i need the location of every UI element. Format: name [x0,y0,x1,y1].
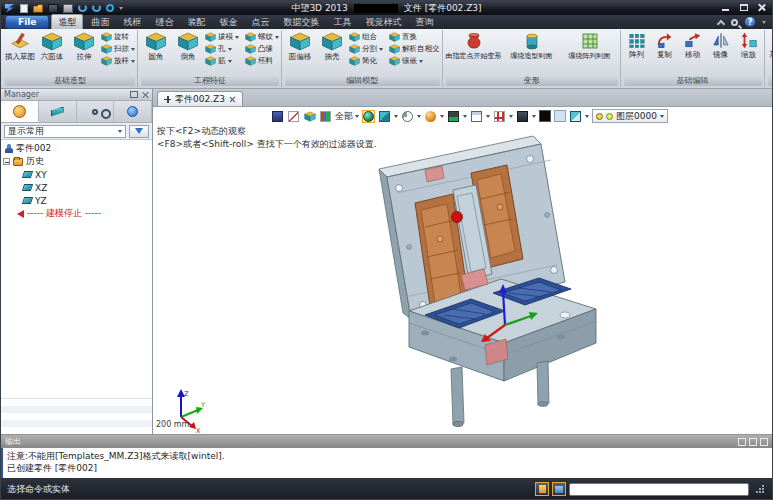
box-button[interactable]: 六面体 [37,32,67,62]
copy-button[interactable]: 复制 [652,32,678,60]
tab-dataexchange[interactable]: 数据交换 [277,15,325,30]
hole-button[interactable]: 孔 [205,44,239,54]
chamfer-button[interactable]: 倒角 [173,32,203,62]
replace-button[interactable]: 置换 [389,32,440,42]
minimize-button[interactable] [718,2,733,13]
solid-display-icon[interactable] [303,110,316,123]
wrap-pattern-to-face-button[interactable]: 缠绕阵列到面 [562,32,618,61]
layer-selector[interactable]: 图层0000 [592,109,668,123]
dropdown-caret[interactable] [394,115,398,118]
resolve-selfintersect-button[interactable]: 解析自相交 [389,44,440,54]
insert-sketch-button[interactable]: 插入草图 [5,32,35,62]
draft-button[interactable]: 拔模 [205,32,239,42]
dropdown-caret[interactable] [532,115,536,118]
thread-button[interactable]: 螺纹 [245,32,279,42]
extrude-button[interactable]: 拉伸 [69,32,99,62]
search-icon[interactable] [731,19,738,26]
tree-item-xz-plane[interactable]: XZ [1,181,152,194]
pin-panel-icon[interactable] [738,438,746,446]
dropdown-caret[interactable] [762,21,766,24]
tab-history[interactable] [1,101,39,122]
tab-assembly[interactable]: 装配 [181,15,211,30]
dropdown-caret[interactable] [585,115,589,118]
dropdown-caret[interactable] [440,115,444,118]
document-tab[interactable]: 零件002.Z3 [157,91,243,106]
stats-icon[interactable] [319,110,332,123]
divide-button[interactable]: 分割 [349,44,383,54]
tab-visibility[interactable] [77,101,115,122]
fillet-button[interactable]: 圆角 [141,32,171,62]
close-panel-icon[interactable] [141,91,149,99]
lip-button[interactable]: 凸缘 [245,44,279,54]
maximize-button[interactable] [736,2,751,13]
scale-button[interactable]: 缩放 [736,32,762,60]
blue-color-swatch[interactable] [554,110,566,122]
paint-style-icon[interactable] [287,110,300,123]
inlay-button[interactable]: 镶嵌 [389,56,440,66]
collapse-ribbon-icon[interactable] [717,19,725,27]
display-filter-select[interactable]: 显示常用 [4,125,126,138]
close-panel-icon[interactable] [760,438,768,446]
layer-on-bulb-icon[interactable] [596,113,603,120]
open-file-icon[interactable] [33,4,43,13]
background-image-icon[interactable] [447,110,460,123]
filter-all-dropdown[interactable]: 全部 [335,110,359,123]
tree-item-part[interactable]: 零件002 [1,142,152,155]
collapse-node-icon[interactable] [3,158,10,165]
render-mode-icon[interactable] [424,110,437,123]
loft-button[interactable]: 放样 [101,56,135,66]
tab-inquire[interactable]: 查询 [409,15,439,30]
tab-tools[interactable]: 工具 [327,15,357,30]
move-button[interactable]: 移动 [680,32,706,60]
quick-input-icon[interactable] [535,482,549,496]
workbench-icon[interactable] [493,110,506,123]
pattern-button[interactable]: 阵列 [624,32,650,60]
output-log[interactable]: 注意:不能用[Templates_MM.Z3]格式来读取[wintel]. 已创… [1,448,772,479]
filter-button[interactable] [129,125,149,138]
dropdown-caret[interactable] [417,115,421,118]
revolve-button[interactable]: 旋转 [101,32,135,42]
tab-session[interactable] [114,101,152,122]
command-input[interactable] [569,483,749,496]
tree-item-model-stop[interactable]: ----- 建模停止 ----- [1,207,152,220]
simplify-button[interactable]: 简化 [349,56,383,66]
orient-view-icon[interactable] [362,110,375,123]
undo-icon[interactable] [78,4,87,12]
tab-wireframe[interactable]: 线框 [117,15,147,30]
regen-icon[interactable] [106,4,114,12]
resize-grip[interactable] [756,485,764,493]
wrap-shape-to-face-button[interactable]: 缠绕造型到面 [504,32,560,61]
section-view-icon[interactable] [401,110,414,123]
float-panel-icon[interactable] [749,438,757,446]
combine-button[interactable]: 组合 [349,32,383,42]
stock-button[interactable]: 坯料 [245,56,279,66]
tree-item-yz-plane[interactable]: YZ [1,194,152,207]
new-file-icon[interactable] [20,4,28,13]
display-settings-icon[interactable] [516,110,529,123]
eraser-icon[interactable] [569,110,582,123]
dropdown-caret[interactable] [509,115,513,118]
command-mode-icon[interactable] [552,482,566,496]
datum-plane-button[interactable]: 基准面 [768,32,773,60]
tab-pointcloud[interactable]: 点云 [245,15,275,30]
viewport-layout-icon[interactable] [470,110,483,123]
app-logo-icon[interactable] [5,4,15,13]
sweep-button[interactable]: 扫掠 [101,44,135,54]
face-offset-button[interactable]: 面偏移 [285,32,315,62]
redo-icon[interactable] [92,4,101,12]
tab-sew[interactable]: 缝合 [149,15,179,30]
dropdown-caret[interactable] [486,115,490,118]
tree-item-xy-plane[interactable]: XY [1,168,152,181]
file-menu-button[interactable]: File [5,15,49,29]
plus-icon[interactable] [164,96,171,103]
dropdown-caret[interactable] [119,7,123,10]
tab-visualstyle[interactable]: 视觉样式 [359,15,407,30]
tab-surface[interactable]: 曲面 [85,15,115,30]
close-tab-icon[interactable] [229,96,236,103]
pick-filter-icon[interactable] [271,110,284,123]
float-panel-icon[interactable] [130,91,138,98]
shell-button[interactable]: 抽壳 [317,32,347,62]
morph-from-point-button[interactable]: 由指定点开始变形 [446,32,502,61]
tab-shape[interactable]: 造型 [51,14,83,30]
viewport-canvas[interactable]: 全部 图层0000 按下<F2>动态的观察 <F8>或者<Shift-roll>… [153,107,773,434]
